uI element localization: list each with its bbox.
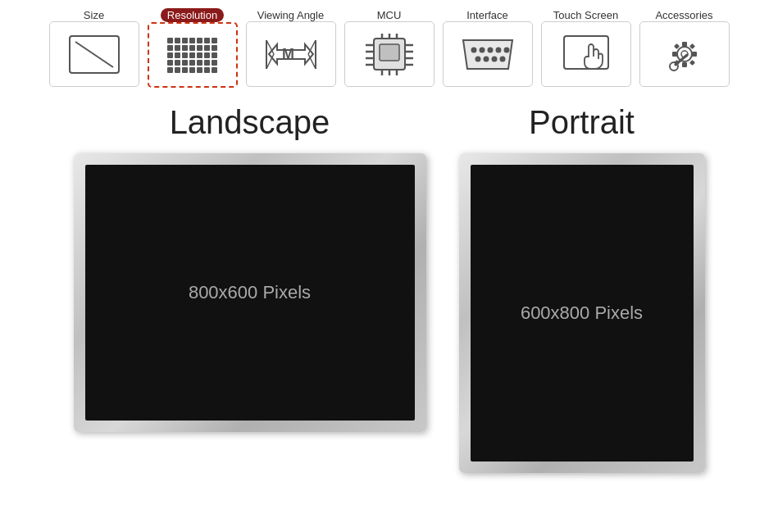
portrait-display-frame: 600x800 Pixels: [459, 153, 705, 473]
landscape-title: Landscape: [170, 104, 330, 141]
viewing-angle-icon-box: M: [246, 21, 336, 87]
svg-rect-42: [672, 52, 677, 57]
landscape-display-frame: 800x600 Pixels: [74, 153, 426, 432]
svg-point-26: [471, 47, 476, 52]
nav-label-size: Size: [84, 9, 104, 21]
mcu-icon-box: [344, 21, 434, 87]
svg-rect-40: [682, 42, 687, 47]
svg-rect-43: [692, 52, 697, 57]
svg-point-38: [677, 47, 692, 61]
nav-item-touch-screen[interactable]: Touch Screen: [541, 9, 631, 87]
svg-point-29: [495, 47, 501, 52]
touch-screen-icon: [557, 32, 615, 77]
svg-point-32: [483, 56, 489, 61]
accessories-gear-icon: [656, 32, 713, 77]
nav-label-resolution: Resolution: [161, 8, 224, 22]
resolution-grid-icon: [167, 38, 217, 73]
svg-point-33: [491, 56, 497, 61]
portrait-title: Portrait: [529, 104, 635, 141]
svg-rect-47: [689, 59, 694, 65]
nav-item-resolution[interactable]: Resolution: [148, 8, 238, 88]
nav-item-viewing-angle[interactable]: Viewing Angle M: [246, 9, 336, 87]
size-icon-box: [49, 21, 139, 87]
interface-connector-icon: [459, 32, 516, 77]
top-navigation: Size Resolution Viewing Angle: [0, 0, 778, 96]
nav-label-interface: Interface: [466, 9, 508, 21]
svg-point-49: [670, 62, 678, 70]
landscape-section: Landscape 800x600 Pixels: [74, 104, 426, 432]
svg-line-1: [75, 42, 113, 67]
accessories-icon-box: [639, 21, 730, 87]
main-content: Landscape 800x600 Pixels Portrait 600x80…: [0, 104, 778, 473]
nav-label-touch-screen: Touch Screen: [553, 9, 619, 21]
svg-rect-41: [682, 62, 687, 67]
svg-point-27: [479, 47, 485, 52]
mcu-chip-icon: [361, 32, 418, 77]
resolution-icon-box: [148, 22, 238, 88]
svg-point-30: [503, 47, 509, 52]
viewing-angle-icon: M: [262, 32, 320, 77]
nav-item-size[interactable]: Size: [49, 9, 139, 87]
nav-item-accessories[interactable]: Accessories: [639, 9, 730, 87]
portrait-section: Portrait 600x800 Pixels: [459, 104, 705, 473]
svg-point-34: [499, 56, 505, 61]
size-icon: [66, 32, 123, 77]
landscape-pixel-label: 800x600 Pixels: [189, 282, 311, 303]
landscape-screen: 800x600 Pixels: [85, 165, 415, 421]
nav-label-mcu: MCU: [377, 9, 402, 21]
portrait-screen: 600x800 Pixels: [471, 165, 694, 462]
nav-label-accessories: Accessories: [655, 9, 712, 21]
interface-icon-box: [443, 21, 533, 87]
svg-text:M: M: [282, 46, 294, 62]
svg-point-31: [475, 56, 480, 61]
nav-item-mcu[interactable]: MCU: [344, 9, 434, 87]
portrait-pixel-label: 600x800 Pixels: [521, 302, 643, 324]
svg-point-28: [487, 47, 493, 52]
nav-label-viewing-angle: Viewing Angle: [257, 9, 324, 21]
nav-item-interface[interactable]: Interface: [443, 9, 533, 87]
touch-screen-icon-box: [541, 21, 631, 87]
svg-rect-11: [380, 44, 399, 61]
